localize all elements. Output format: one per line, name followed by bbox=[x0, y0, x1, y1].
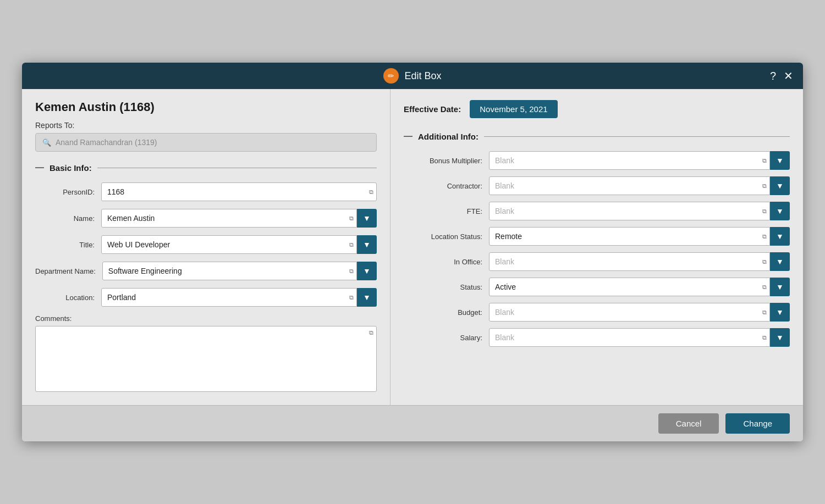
person-title: Kemen Austin (1168) bbox=[35, 100, 377, 114]
right-field-dropdown-btn[interactable]: ▼ bbox=[770, 278, 790, 296]
external-link-icon[interactable]: ⧉ bbox=[762, 233, 767, 240]
right-input-group: ⧉▼ bbox=[489, 202, 790, 220]
external-link-icon[interactable]: ⧉ bbox=[349, 241, 354, 248]
right-field-dropdown-btn[interactable]: ▼ bbox=[770, 151, 790, 170]
right-field-dropdown-btn[interactable]: ▼ bbox=[770, 252, 790, 271]
right-field-input[interactable] bbox=[489, 202, 770, 220]
right-field-input[interactable] bbox=[489, 176, 770, 195]
right-input-group: ⧉▼ bbox=[489, 252, 790, 271]
right-field-input[interactable] bbox=[489, 303, 770, 322]
location-label: Location: bbox=[35, 293, 101, 302]
title-dropdown-btn[interactable]: ▼ bbox=[357, 235, 377, 254]
right-field-dropdown-btn[interactable]: ▼ bbox=[770, 176, 790, 195]
basic-info-title: Basic Info: bbox=[50, 163, 92, 173]
department-row: Department Name: ⧉ ▼ bbox=[35, 262, 377, 280]
external-link-icon[interactable]: ⧉ bbox=[762, 309, 767, 316]
department-input-group: ⧉ ▼ bbox=[102, 262, 377, 280]
reports-to-value: Anand Ramachandran (1319) bbox=[56, 138, 157, 147]
location-input[interactable] bbox=[101, 288, 357, 307]
title-wrapper: ⧉ bbox=[101, 235, 357, 254]
right-field-input[interactable] bbox=[489, 328, 770, 347]
comments-textarea[interactable] bbox=[35, 326, 377, 392]
right-input-group: ⧉▼ bbox=[489, 278, 790, 296]
cancel-button[interactable]: Cancel bbox=[658, 413, 719, 434]
department-wrapper: ⧉ bbox=[102, 262, 357, 280]
right-field-input[interactable] bbox=[489, 252, 770, 271]
right-input-group: ⧉▼ bbox=[489, 303, 790, 322]
right-field-row: Salary:⧉▼ bbox=[404, 328, 790, 347]
right-field-row: Contractor:⧉▼ bbox=[404, 176, 790, 195]
right-field-dropdown-btn[interactable]: ▼ bbox=[770, 303, 790, 322]
right-field-dropdown-btn[interactable]: ▼ bbox=[770, 202, 790, 220]
external-link-icon[interactable]: ⧉ bbox=[762, 284, 767, 291]
right-field-label: In Office: bbox=[404, 258, 489, 266]
title-label: Title: bbox=[35, 241, 101, 249]
reports-to-search[interactable]: 🔍 Anand Ramachandran (1319) bbox=[35, 133, 377, 152]
right-input-wrapper: ⧉ bbox=[489, 227, 770, 246]
right-field-label: Salary: bbox=[404, 334, 489, 342]
comments-label: Comments: bbox=[35, 314, 377, 323]
reports-to-label: Reports To: bbox=[35, 121, 377, 130]
external-link-icon[interactable]: ⧉ bbox=[349, 268, 354, 275]
comments-wrapper: ⧉ bbox=[35, 326, 377, 394]
pencil-icon: ✏ bbox=[383, 68, 399, 84]
additional-info-divider: — Additional Info: bbox=[404, 131, 790, 141]
location-row: Location: ⧉ ▼ bbox=[35, 288, 377, 307]
right-field-label: Budget: bbox=[404, 308, 489, 317]
person-id-wrapper: ⧉ bbox=[101, 182, 377, 201]
external-link-icon[interactable]: ⧉ bbox=[762, 157, 767, 164]
right-field-label: Status: bbox=[404, 283, 489, 291]
right-field-input[interactable] bbox=[489, 151, 770, 170]
location-input-group: ⧉ ▼ bbox=[101, 288, 377, 307]
location-dropdown-btn[interactable]: ▼ bbox=[357, 288, 377, 307]
department-dropdown-btn[interactable]: ▼ bbox=[357, 262, 377, 280]
external-link-icon[interactable]: ⧉ bbox=[762, 182, 767, 190]
right-input-group: ⧉▼ bbox=[489, 227, 790, 246]
left-panel: Kemen Austin (1168) Reports To: 🔍 Anand … bbox=[22, 89, 391, 405]
right-field-input[interactable] bbox=[489, 227, 770, 246]
right-input-wrapper: ⧉ bbox=[489, 202, 770, 220]
right-field-row: In Office:⧉▼ bbox=[404, 252, 790, 271]
divider-line-right bbox=[484, 136, 790, 137]
right-input-group: ⧉▼ bbox=[489, 151, 790, 170]
external-link-icon[interactable]: ⧉ bbox=[349, 294, 354, 301]
external-link-icon[interactable]: ⧉ bbox=[762, 334, 767, 341]
department-input[interactable] bbox=[102, 262, 357, 280]
change-button[interactable]: Change bbox=[725, 413, 790, 434]
right-field-row: Status:⧉▼ bbox=[404, 278, 790, 296]
right-field-input[interactable] bbox=[489, 278, 770, 296]
right-field-dropdown-btn[interactable]: ▼ bbox=[770, 227, 790, 246]
external-link-icon[interactable]: ⧉ bbox=[762, 208, 767, 215]
right-field-dropdown-btn[interactable]: ▼ bbox=[770, 328, 790, 347]
right-input-wrapper: ⧉ bbox=[489, 328, 770, 347]
help-button[interactable]: ? bbox=[769, 69, 777, 82]
title-row: Title: ⧉ ▼ bbox=[35, 235, 377, 254]
section-dash-right: — bbox=[404, 131, 413, 141]
external-link-icon[interactable]: ⧉ bbox=[762, 258, 767, 265]
right-field-row: Bonus Multiplier:⧉▼ bbox=[404, 151, 790, 170]
right-panel: Effective Date: November 5, 2021 — Addit… bbox=[391, 89, 803, 405]
external-link-icon[interactable]: ⧉ bbox=[369, 329, 373, 336]
name-wrapper: ⧉ bbox=[101, 209, 357, 228]
right-input-wrapper: ⧉ bbox=[489, 252, 770, 271]
right-input-wrapper: ⧉ bbox=[489, 278, 770, 296]
person-id-label: PersonID: bbox=[35, 188, 101, 196]
effective-date-value[interactable]: November 5, 2021 bbox=[470, 100, 557, 118]
person-id-row: PersonID: ⧉ bbox=[35, 182, 377, 201]
name-dropdown-btn[interactable]: ▼ bbox=[357, 209, 377, 228]
title-input[interactable] bbox=[101, 235, 357, 254]
right-field-row: FTE:⧉▼ bbox=[404, 202, 790, 220]
section-dash-left: — bbox=[35, 163, 44, 173]
person-id-input[interactable] bbox=[101, 182, 377, 201]
location-wrapper: ⧉ bbox=[101, 288, 357, 307]
external-link-icon[interactable]: ⧉ bbox=[349, 215, 354, 222]
close-button[interactable]: ✕ bbox=[783, 69, 794, 82]
additional-info-title: Additional Info: bbox=[418, 132, 479, 141]
right-field-row: Budget:⧉▼ bbox=[404, 303, 790, 322]
external-link-icon[interactable]: ⧉ bbox=[369, 189, 373, 196]
name-input[interactable] bbox=[101, 209, 357, 228]
right-input-wrapper: ⧉ bbox=[489, 151, 770, 170]
right-input-group: ⧉▼ bbox=[489, 328, 790, 347]
basic-info-divider: — Basic Info: bbox=[35, 163, 377, 173]
name-row: Name: ⧉ ▼ bbox=[35, 209, 377, 228]
